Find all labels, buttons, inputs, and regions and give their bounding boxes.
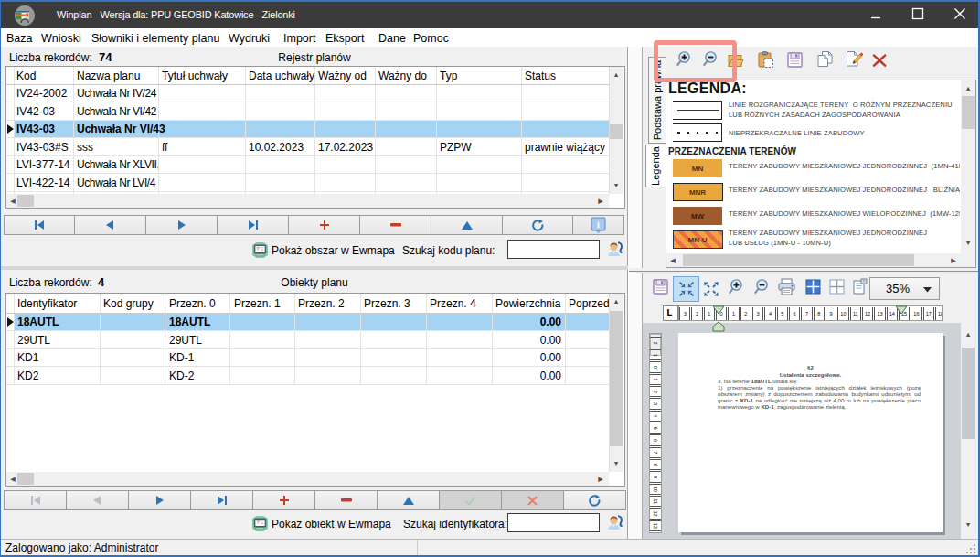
svg-text:i: i xyxy=(597,220,600,230)
